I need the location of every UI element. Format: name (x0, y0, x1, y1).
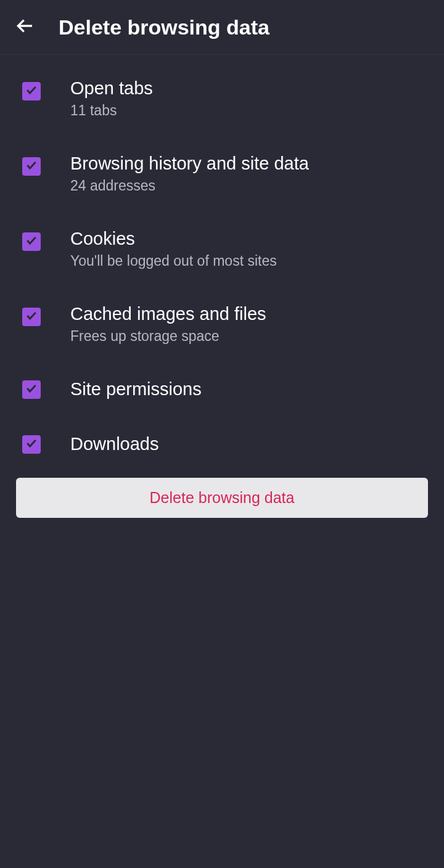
option-title: Cookies (70, 229, 277, 249)
option-downloads[interactable]: Downloads (0, 417, 444, 472)
option-text: Cached images and files Frees up storage… (70, 304, 266, 345)
check-icon (25, 309, 38, 324)
page-title: Delete browsing data (59, 15, 269, 39)
option-subtitle: You'll be logged out of most sites (70, 253, 277, 269)
checkbox-open-tabs[interactable] (22, 82, 41, 100)
option-text: Site permissions (70, 379, 202, 399)
arrow-left-icon (15, 16, 35, 38)
option-title: Open tabs (70, 78, 153, 99)
option-title: Downloads (70, 434, 158, 454)
option-cookies[interactable]: Cookies You'll be logged out of most sit… (0, 211, 444, 287)
option-browsing-history[interactable]: Browsing history and site data 24 addres… (0, 136, 444, 211)
options-list: Open tabs 11 tabs Browsing history and s… (0, 55, 444, 530)
option-cached[interactable]: Cached images and files Frees up storage… (0, 287, 444, 362)
option-title: Browsing history and site data (70, 154, 309, 174)
option-title: Cached images and files (70, 304, 266, 324)
checkbox-cached[interactable] (22, 308, 41, 326)
option-text: Browsing history and site data 24 addres… (70, 154, 309, 194)
option-open-tabs[interactable]: Open tabs 11 tabs (0, 61, 444, 136)
option-subtitle: 11 tabs (70, 102, 153, 119)
delete-browsing-data-button[interactable]: Delete browsing data (16, 478, 428, 518)
option-title: Site permissions (70, 379, 202, 399)
header: Delete browsing data (0, 0, 444, 55)
option-text: Open tabs 11 tabs (70, 78, 153, 119)
option-site-permissions[interactable]: Site permissions (0, 362, 444, 417)
check-icon (25, 382, 38, 397)
option-subtitle: 24 addresses (70, 178, 309, 194)
check-icon (25, 84, 38, 99)
checkbox-site-permissions[interactable] (22, 380, 41, 399)
option-text: Downloads (70, 434, 158, 454)
checkbox-browsing-history[interactable] (22, 157, 41, 176)
check-icon (25, 159, 38, 174)
option-subtitle: Frees up storage space (70, 328, 266, 345)
checkbox-cookies[interactable] (22, 232, 41, 251)
back-button[interactable] (12, 15, 37, 39)
checkbox-downloads[interactable] (22, 435, 41, 454)
option-text: Cookies You'll be logged out of most sit… (70, 229, 277, 269)
check-icon (25, 234, 38, 249)
check-icon (25, 437, 38, 452)
